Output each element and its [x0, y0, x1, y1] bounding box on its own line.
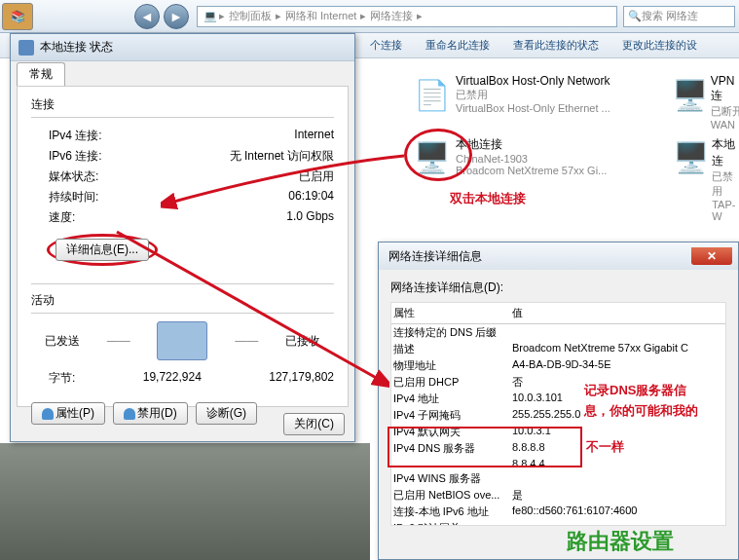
dialog-title-text: 网络连接详细信息	[388, 248, 482, 265]
conn-title: 本地连	[712, 136, 739, 169]
kv-key: IPv6 连接:	[49, 148, 102, 165]
detail-val: 10.0.3.1	[512, 425, 725, 439]
detail-val: 10.0.3.101	[512, 392, 725, 406]
detail-val	[512, 521, 725, 526]
cmd-item[interactable]: 个连接	[370, 38, 402, 53]
connection-item-local[interactable]: 🖥️ 本地连接 ChinaNet-1903 Broadcom NetXtreme…	[407, 134, 607, 179]
network-disabled-icon: 📄	[407, 72, 456, 117]
connection-item[interactable]: 🖥️ VPN 连 已断开 WAN	[670, 72, 739, 132]
detail-key: IPv4 子网掩码	[391, 408, 512, 423]
detail-key: IPv4 地址	[391, 392, 512, 406]
detail-row[interactable]: 已启用 DHCP否	[391, 374, 725, 391]
detail-key: 连接-本地 IPv6 地址	[391, 504, 512, 519]
detail-key: 连接特定的 DNS 后缀	[391, 325, 512, 340]
details-label: 网络连接详细信息(D):	[390, 280, 726, 296]
conn-device: Broadcom NetXtreme 57xx Gi...	[456, 165, 607, 176]
search-input[interactable]: 🔍 搜索 网络连	[623, 6, 735, 27]
detail-row[interactable]: IPv4 地址10.0.3.101	[391, 391, 725, 407]
detail-row[interactable]: 8.8.4.4	[391, 457, 725, 470]
detail-row[interactable]: 描述Broadcom NetXtreme 57xx Gigabit C	[391, 341, 725, 357]
detail-key: 物理地址	[391, 358, 512, 373]
detail-row[interactable]: 连接特定的 DNS 后缀	[391, 324, 725, 341]
kv-val: Internet	[294, 128, 334, 144]
kv-key: 持续时间:	[49, 189, 98, 205]
kv-key: IPv4 连接:	[49, 128, 102, 144]
connection-item[interactable]: 📄 VirtualBox Host-Only Network 已禁用 Virtu…	[407, 72, 610, 117]
tab-general[interactable]: 常规	[17, 62, 65, 86]
section-heading: 连接	[31, 96, 334, 113]
detail-val	[512, 471, 725, 486]
detail-val: A4-BA-DB-9D-34-5E	[512, 358, 725, 373]
nav-back-button[interactable]: ◄	[134, 4, 160, 29]
app-icon: 📚	[2, 3, 33, 30]
kv-val: 1.0 Gbps	[286, 209, 334, 226]
nav-forward-button[interactable]: ►	[164, 4, 189, 29]
crumb[interactable]: 网络和 Internet	[285, 9, 356, 23]
col-header[interactable]: 属性	[391, 306, 512, 320]
detail-key: 已启用 DHCP	[391, 375, 512, 390]
detail-row[interactable]: IPv4 默认网关10.0.3.1	[391, 424, 725, 440]
details-highlight-oval: 详细信息(E)...	[47, 234, 158, 266]
conn-device: WAN	[711, 119, 739, 131]
dialog-titlebar[interactable]: 本地连接 状态	[11, 34, 354, 61]
disable-button[interactable]: 禁用(D)	[113, 402, 188, 425]
close-icon[interactable]: ✕	[691, 247, 732, 265]
detail-val: 8.8.8.8	[512, 441, 725, 456]
col-header[interactable]: 值	[512, 306, 725, 320]
details-button[interactable]: 详细信息(E)...	[55, 239, 149, 261]
detail-val	[512, 325, 725, 340]
dialog-body: 连接 IPv4 连接:Internet IPv6 连接:无 Internet 访…	[17, 86, 349, 407]
diagnose-button[interactable]: 诊断(G)	[196, 402, 257, 425]
watermark-text: 路由器设置	[567, 527, 674, 556]
kv-val: 无 Internet 访问权限	[230, 148, 334, 165]
detail-row[interactable]: 已启用 NetBIOS ove...是	[391, 487, 725, 504]
detail-row[interactable]: IPv4 DNS 服务器8.8.8.8	[391, 440, 725, 457]
detail-row[interactable]: 物理地址A4-BA-DB-9D-34-5E	[391, 357, 725, 374]
explorer-toolbar: 📚 ◄ ► 💻 ▸ 控制面板 ▸ 网络和 Internet ▸ 网络连接 ▸ 🔍…	[0, 0, 739, 33]
kv-key: 媒体状态:	[49, 168, 98, 185]
cmd-item[interactable]: 重命名此连接	[425, 38, 490, 53]
detail-row[interactable]: IPv4 子网掩码255.255.255.0	[391, 407, 725, 424]
connection-details-dialog: 网络连接详细信息 ✕ 网络连接详细信息(D): 属性 值 连接特定的 DNS 后…	[378, 242, 739, 560]
crumb[interactable]: 控制面板	[229, 9, 272, 23]
network-icon: 🖥️	[407, 134, 456, 179]
crumb[interactable]: 网络连接	[370, 9, 413, 23]
detail-key: 描述	[391, 342, 512, 356]
network-icon: 🖥️	[670, 134, 712, 179]
network-icon: 🖥️	[670, 72, 711, 117]
cmd-item[interactable]: 更改此连接的设	[622, 38, 697, 53]
detail-key: IPv6 默认网关	[391, 521, 512, 526]
detail-row[interactable]: IPv6 默认网关	[391, 520, 725, 526]
activity-icon	[157, 321, 207, 360]
kv-key: 速度:	[49, 209, 75, 226]
conn-status: ChinaNet-1903	[456, 153, 607, 165]
detail-key	[391, 458, 512, 469]
detail-val: 8.8.4.4	[512, 458, 725, 469]
detail-row[interactable]: IPv4 WINS 服务器	[391, 470, 725, 487]
conn-status: 已禁用	[456, 88, 610, 102]
section-heading: 活动	[31, 292, 334, 309]
properties-button[interactable]: 属性(P)	[31, 402, 105, 425]
tab-strip: 常规	[11, 61, 354, 86]
breadcrumb[interactable]: 💻 ▸ 控制面板 ▸ 网络和 Internet ▸ 网络连接 ▸	[197, 6, 617, 27]
detail-val: 是	[512, 488, 725, 503]
detail-row[interactable]: 连接-本地 IPv6 地址fe80::d560:761:6107:4600	[391, 504, 725, 520]
detail-val: fe80::d560:761:6107:4600	[512, 504, 725, 519]
cmd-item[interactable]: 查看此连接的状态	[513, 38, 599, 53]
dialog-title-text: 本地连接 状态	[40, 39, 113, 56]
conn-status: 已断开	[711, 104, 739, 119]
conn-status: 已禁用	[712, 169, 739, 199]
desktop-background	[0, 443, 370, 560]
dialog-titlebar[interactable]: 网络连接详细信息 ✕	[379, 243, 738, 270]
sent-label: 已发送	[45, 333, 80, 350]
close-button[interactable]: 关闭(C)	[283, 413, 345, 435]
detail-key: IPv4 DNS 服务器	[391, 441, 512, 456]
details-grid: 属性 值 连接特定的 DNS 后缀描述Broadcom NetXtreme 57…	[390, 302, 726, 526]
connection-status-dialog: 本地连接 状态 常规 连接 IPv4 连接:Internet IPv6 连接:无…	[10, 33, 355, 442]
conn-device: TAP-W	[712, 199, 739, 222]
bytes-label: 字节:	[49, 370, 75, 387]
conn-device: VirtualBox Host-Only Ethernet ...	[456, 102, 610, 114]
network-icon	[18, 40, 34, 56]
bytes-recv: 127,179,802	[269, 370, 334, 387]
connection-item[interactable]: 🖥️ 本地连 已禁用 TAP-W	[670, 134, 739, 224]
